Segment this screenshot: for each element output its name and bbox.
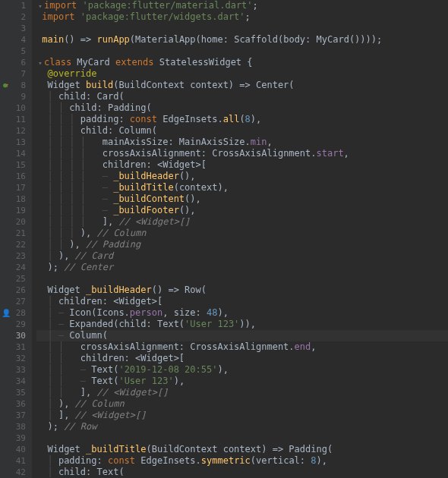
code-line[interactable]: │ │ │ child: Column( bbox=[36, 125, 448, 137]
line-number[interactable]: 24 bbox=[0, 262, 32, 273]
code-line[interactable]: ); // Center bbox=[36, 262, 448, 273]
line-number[interactable]: 22 bbox=[0, 239, 32, 250]
code-line[interactable]: import 'package:flutter/material.dart'; bbox=[36, 0, 448, 11]
line-number[interactable]: 14 bbox=[0, 148, 32, 159]
code-line[interactable]: │ │ ], // <Widget>[] bbox=[36, 387, 448, 398]
code-line[interactable]: │ children: <Widget>[ bbox=[36, 296, 448, 307]
code-line[interactable]: │ │ │ │ — _buildTitle(context), bbox=[36, 182, 448, 193]
code-line[interactable]: │ — Icon(Icons.person, size: 48), bbox=[36, 307, 448, 319]
line-number[interactable]: 27 bbox=[0, 296, 32, 307]
code-line[interactable]: │ child: Text( bbox=[36, 467, 448, 478]
line-number[interactable]: 15 bbox=[0, 159, 32, 171]
line-number[interactable]: 40 bbox=[0, 444, 32, 455]
code-line[interactable]: │ │ │ │ crossAxisAlignment: CrossAxisAli… bbox=[36, 148, 448, 159]
code-line[interactable]: │ — Column( bbox=[36, 330, 448, 341]
code-line[interactable]: │ │ │ │ — _buildHeader(), bbox=[36, 171, 448, 182]
code-line[interactable]: │ │ │ │ ], // <Widget>[] bbox=[36, 216, 448, 228]
code-line[interactable] bbox=[36, 23, 448, 34]
code-line[interactable]: │ │ — Text('2019-12-08 20:55'), bbox=[36, 364, 448, 376]
line-number[interactable]: 18 bbox=[0, 193, 32, 205]
line-number[interactable]: 39 bbox=[0, 432, 32, 444]
line-number[interactable]: 6 bbox=[0, 57, 32, 68]
line-number[interactable]: 4 bbox=[0, 34, 32, 46]
line-number[interactable]: 42 bbox=[0, 467, 32, 478]
line-number[interactable]: 10 bbox=[0, 102, 32, 114]
line-number[interactable]: 33 bbox=[0, 364, 32, 376]
code-line[interactable]: │ — Expanded(child: Text('User 123')), bbox=[36, 319, 448, 330]
code-line[interactable]: │ │ crossAxisAlignment: CrossAxisAlignme… bbox=[36, 341, 448, 353]
code-editor[interactable]: import 'package:flutter/material.dart'; … bbox=[32, 0, 448, 478]
code-line[interactable] bbox=[36, 432, 448, 444]
code-line[interactable]: Widget _buildTitle(BuildContext context)… bbox=[36, 444, 448, 455]
line-number[interactable]: 21 bbox=[0, 228, 32, 239]
line-number[interactable]: 1 bbox=[0, 0, 32, 11]
line-number[interactable]: 26 bbox=[0, 285, 32, 296]
fold-indicator[interactable] bbox=[36, 0, 44, 12]
line-number[interactable]: 16 bbox=[0, 171, 32, 182]
line-number[interactable]: 28👤 bbox=[0, 307, 32, 319]
code-line[interactable]: @override bbox=[36, 68, 448, 80]
code-line[interactable]: Widget _buildHeader() => Row( bbox=[36, 285, 448, 296]
gutter: 12345678●↑910111213141516171819202122232… bbox=[0, 0, 32, 478]
code-line[interactable]: │ │ │ │ — _buildFooter(), bbox=[36, 205, 448, 216]
line-number[interactable]: 2 bbox=[0, 11, 32, 23]
line-number[interactable]: 41 bbox=[0, 455, 32, 467]
code-line[interactable]: main() => runApp(MaterialApp(home: Scaff… bbox=[36, 34, 448, 46]
line-number[interactable]: 29 bbox=[0, 319, 32, 330]
line-number[interactable]: 34 bbox=[0, 376, 32, 387]
code-line[interactable]: class MyCard extends StatelessWidget { bbox=[36, 57, 448, 68]
override-gutter-icon[interactable]: ●↑ bbox=[2, 81, 11, 90]
line-number[interactable]: 7 bbox=[0, 68, 32, 80]
code-line[interactable]: │ │ │ │ mainAxisSize: MainAxisSize.min, bbox=[36, 137, 448, 148]
line-number[interactable]: 17 bbox=[0, 182, 32, 193]
code-line[interactable]: │ ), // Column bbox=[36, 398, 448, 410]
line-number[interactable]: 38 bbox=[0, 421, 32, 432]
line-number[interactable]: 31 bbox=[0, 341, 32, 353]
line-number[interactable]: 35 bbox=[0, 387, 32, 398]
line-number[interactable]: 30 bbox=[0, 330, 32, 341]
line-number[interactable]: 13 bbox=[0, 137, 32, 148]
line-number[interactable]: 32 bbox=[0, 353, 32, 364]
code-line[interactable]: │ ], // <Widget>[] bbox=[36, 410, 448, 421]
code-line[interactable] bbox=[36, 273, 448, 285]
code-line[interactable]: │ ), // Card bbox=[36, 250, 448, 262]
code-line[interactable]: │ │ ), // Padding bbox=[36, 239, 448, 250]
author-gutter-icon[interactable]: 👤 bbox=[2, 309, 11, 318]
line-number[interactable]: 8●↑ bbox=[0, 80, 32, 91]
code-line[interactable]: Widget build(BuildContext context) => Ce… bbox=[36, 80, 448, 91]
code-line[interactable] bbox=[36, 46, 448, 57]
code-line[interactable]: │ padding: const EdgeInsets.symmetric(ve… bbox=[36, 455, 448, 467]
code-line[interactable]: │ │ — Text('User 123'), bbox=[36, 376, 448, 387]
code-line[interactable]: │ │ │ ), // Column bbox=[36, 228, 448, 239]
code-line[interactable]: │ │ │ │ children: <Widget>[ bbox=[36, 159, 448, 171]
line-number[interactable]: 23 bbox=[0, 250, 32, 262]
line-number[interactable]: 37 bbox=[0, 410, 32, 421]
code-line[interactable]: │ │ │ │ — _buildContent(), bbox=[36, 193, 448, 205]
line-number[interactable]: 3 bbox=[0, 23, 32, 34]
line-number[interactable]: 5 bbox=[0, 46, 32, 57]
line-number[interactable]: 36 bbox=[0, 398, 32, 410]
code-line[interactable]: │ │ children: <Widget>[ bbox=[36, 353, 448, 364]
code-line[interactable]: │ child: Card( bbox=[36, 91, 448, 102]
line-number[interactable]: 11 bbox=[0, 114, 32, 125]
line-number[interactable]: 20 bbox=[0, 216, 32, 228]
line-number[interactable]: 19 bbox=[0, 205, 32, 216]
code-line[interactable]: │ │ │ padding: const EdgeInsets.all(8), bbox=[36, 114, 448, 125]
code-line[interactable]: import 'package:flutter/widgets.dart'; bbox=[36, 11, 448, 23]
fold-indicator[interactable] bbox=[36, 57, 44, 69]
code-line[interactable]: ); // Row bbox=[36, 421, 448, 432]
line-number[interactable]: 12 bbox=[0, 125, 32, 137]
line-number[interactable]: 25 bbox=[0, 273, 32, 285]
line-number[interactable]: 9 bbox=[0, 91, 32, 102]
code-line[interactable]: │ │ child: Padding( bbox=[36, 102, 448, 114]
